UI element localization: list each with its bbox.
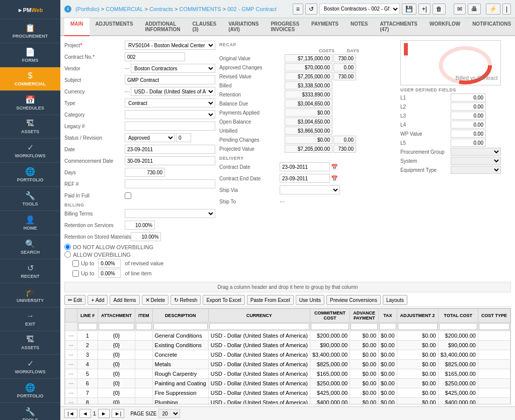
action-dots[interactable]: ··· xyxy=(68,399,73,404)
delete-button[interactable]: 🗑 xyxy=(433,4,446,15)
currency-dots[interactable]: ··· xyxy=(125,88,130,95)
udf-input[interactable] xyxy=(451,121,486,129)
recap-cost-input[interactable] xyxy=(285,127,332,135)
breadcrumb-contracts[interactable]: Contracts xyxy=(149,6,173,12)
sidebar-item-commercial[interactable]: $ COMMERCIAL xyxy=(0,67,60,91)
contract-no-input[interactable] xyxy=(125,52,185,61)
vendor-dots[interactable]: ··· xyxy=(125,65,130,72)
sidebar-item-assets[interactable]: 🏗 ASSETS xyxy=(0,115,60,139)
sidebar-item-university[interactable]: 🎓 UNIVERSITY xyxy=(0,283,60,307)
action-dots[interactable]: ··· xyxy=(68,351,73,358)
tab-variations[interactable]: VARIATIONS (AVI) xyxy=(222,18,265,36)
filter-attachment-input[interactable] xyxy=(99,323,134,330)
layouts-button[interactable]: Layouts xyxy=(383,295,407,305)
upto2-input[interactable] xyxy=(98,269,121,278)
sidebar-item-exit[interactable]: → EXIT xyxy=(0,307,60,331)
col-header-costtype[interactable]: COST TYPE xyxy=(478,309,510,323)
row-action[interactable]: ··· xyxy=(65,388,77,398)
tab-clauses[interactable]: CLAUSES (3) xyxy=(186,18,222,36)
lightning-button[interactable]: ⚡ xyxy=(486,4,500,15)
col-header-item[interactable]: ITEM xyxy=(135,309,153,323)
sidebar-item-workflows[interactable]: ✓ WORKFLOWS xyxy=(0,139,60,163)
sidebar-item-procurement[interactable]: 📋 PROCUREMENT xyxy=(0,19,60,43)
tab-workflow[interactable]: WORKFLOW xyxy=(423,18,466,36)
tab-main[interactable]: MAIN xyxy=(64,18,90,36)
row-action[interactable]: ··· xyxy=(65,360,77,369)
recap-cost-input[interactable] xyxy=(285,90,332,98)
breadcrumb-commitments[interactable]: COMMITMENTS xyxy=(180,6,221,12)
ref-input[interactable] xyxy=(125,179,215,188)
email-button[interactable]: ✉ xyxy=(454,4,466,15)
filter-description-input[interactable] xyxy=(153,323,208,330)
vendor-select[interactable]: Boston Contractors xyxy=(131,64,215,73)
next-page-button[interactable]: ► xyxy=(98,409,110,418)
recap-cost-input[interactable] xyxy=(285,63,332,71)
preview-conversions-button[interactable]: Preview Conversions xyxy=(326,295,381,305)
contract-end-cal-icon[interactable]: 📅 xyxy=(331,175,338,182)
data-table-wrapper[interactable]: LINE # ATTACHMENT ITEM DESCRIPTION CURRE… xyxy=(64,308,511,404)
ship-via-select[interactable] xyxy=(280,185,340,194)
recap-cost-input[interactable] xyxy=(285,72,332,80)
status-select[interactable]: Approved xyxy=(125,133,175,142)
nav-button[interactable]: ≡ xyxy=(293,4,303,15)
add-items-button[interactable]: Add Items xyxy=(110,295,139,305)
more-button[interactable]: | xyxy=(502,4,511,15)
col-header-attachment[interactable]: ATTACHMENT xyxy=(98,309,135,323)
retention-services-input[interactable] xyxy=(125,221,155,230)
category-select[interactable] xyxy=(125,110,215,119)
tab-additional[interactable]: ADDITIONAL INFORMATION xyxy=(139,18,187,36)
table-row[interactable]: ··· 5 {0} Rough Carpentry USD - Dollar (… xyxy=(65,369,510,379)
refresh-button[interactable]: ↻ Refresh xyxy=(170,295,201,305)
days-input[interactable] xyxy=(125,168,165,177)
contract-end-input[interactable] xyxy=(280,174,330,183)
breadcrumb-commercial[interactable]: COMMERCIAL xyxy=(106,6,143,12)
row-action[interactable]: ··· xyxy=(65,379,77,388)
sidebar-item-search[interactable]: 🔍 SEARCH xyxy=(0,235,60,259)
save-button[interactable]: 💾 xyxy=(402,4,416,15)
table-row[interactable]: ··· 2 {0} Existing Conditions USD - Doll… xyxy=(65,341,510,350)
sidebar-item-schedules[interactable]: 📅 SCHEDULES xyxy=(0,91,60,115)
udf-select[interactable] xyxy=(451,157,501,165)
sidebar-item-workflows2[interactable]: ✓ WORKFLOWS xyxy=(0,355,60,379)
info-icon[interactable]: i xyxy=(64,6,71,13)
ship-to-dots[interactable]: ··· xyxy=(280,198,285,205)
table-row[interactable]: ··· 6 {0} Painting and Coating USD - Dol… xyxy=(65,379,510,388)
recap-cost-input[interactable] xyxy=(285,99,332,108)
use-units-button[interactable]: Use Units xyxy=(296,295,324,305)
no-overbilling-radio[interactable] xyxy=(64,244,71,250)
sidebar-item-portfolio2[interactable]: 🌐 PORTFOLIO xyxy=(0,379,60,403)
tab-notes[interactable]: NOTES xyxy=(345,18,374,36)
sidebar-item-recent[interactable]: ↺ RECENT xyxy=(0,259,60,283)
recap-cost-input[interactable] xyxy=(285,109,332,117)
allow-overbilling-radio[interactable] xyxy=(64,251,71,258)
recap-cost-input[interactable] xyxy=(285,54,332,62)
col-header-currency[interactable]: CURRENCY xyxy=(208,309,310,323)
print-button[interactable]: 🖶 xyxy=(468,4,481,15)
billing-terms-select[interactable] xyxy=(125,209,215,218)
type-select[interactable]: Contract xyxy=(125,98,215,108)
page-size-select[interactable]: 20 50 100 xyxy=(158,409,180,418)
action-dots[interactable]: ··· xyxy=(68,380,73,387)
row-action[interactable]: ··· xyxy=(65,369,77,379)
recap-cost-input[interactable] xyxy=(285,136,332,144)
prev-page-button[interactable]: ◄ xyxy=(79,409,91,418)
recap-cost-input[interactable] xyxy=(285,118,332,126)
action-dots[interactable]: ··· xyxy=(68,361,73,368)
row-action[interactable]: ··· xyxy=(65,350,77,360)
row-action[interactable]: ··· xyxy=(65,398,77,405)
row-action[interactable]: ··· xyxy=(65,341,77,350)
recap-days-input[interactable] xyxy=(333,63,356,71)
action-dots[interactable]: ··· xyxy=(68,332,73,339)
col-header-total[interactable]: TOTAL COST xyxy=(438,309,478,323)
table-row[interactable]: ··· 3 {0} Concrete USD - Dollar (United … xyxy=(65,350,510,360)
action-dots[interactable]: ··· xyxy=(68,342,73,349)
undo-button[interactable]: ↺ xyxy=(305,4,317,15)
action-dots[interactable]: ··· xyxy=(68,389,73,396)
col-header-description[interactable]: DESCRIPTION xyxy=(152,309,208,323)
legacy-input[interactable] xyxy=(125,122,215,131)
commencement-input[interactable] xyxy=(125,156,215,165)
sidebar-item-assets2[interactable]: 🏗 ASSETS xyxy=(0,331,60,355)
udf-input[interactable] xyxy=(451,130,486,138)
row-action[interactable]: ··· xyxy=(65,331,77,341)
udf-input[interactable] xyxy=(451,93,486,101)
